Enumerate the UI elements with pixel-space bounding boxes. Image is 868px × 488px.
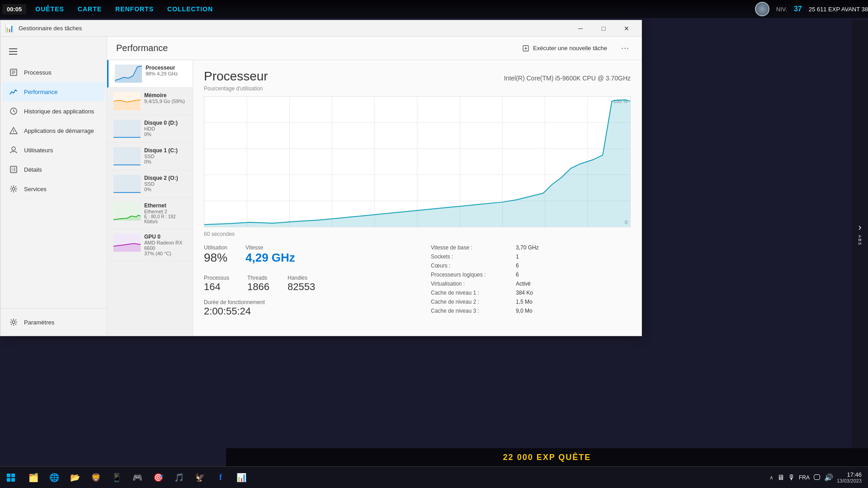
device-list: Processeur 98% 4,29 GHz — [107, 60, 193, 336]
device-item-cpu[interactable]: Processeur 98% 4,29 GHz — [107, 60, 193, 88]
taskbar-app-music[interactable]: 🎵 — [169, 468, 189, 488]
window-controls: ─ □ ✕ — [570, 20, 637, 37]
performance-chart: 100 % 0 — [204, 96, 631, 227]
nav-carte[interactable]: CARTE — [78, 5, 102, 13]
sidebar-label-historique: Historique des applications — [24, 108, 94, 115]
taskbar-app-mobile[interactable]: 📱 — [107, 468, 127, 488]
info-key-1: Sockets : — [431, 253, 512, 260]
taskbar-app-epic[interactable]: 🎮 — [127, 468, 147, 488]
services-icon — [9, 185, 18, 193]
mem-sub: 9,4/15,9 Go (59%) — [144, 99, 186, 104]
device-item-disk2[interactable]: Disque 2 (O:) SSD 0% — [107, 170, 193, 198]
info-val-4: Activé — [516, 281, 531, 287]
info-val-7: 9,0 Mo — [516, 308, 533, 314]
taskbar-app-f[interactable]: f — [211, 468, 231, 488]
proc-threads-handles-group: Processus 164 Threads 1866 Handles 82553 — [204, 271, 417, 293]
title-bar: 📊 Gestionnaire des tâches ─ □ ✕ — [0, 20, 642, 37]
sidebar-item-historique[interactable]: Historique des applications — [2, 102, 105, 121]
duree-label: Durée de fonctionnement — [204, 299, 417, 305]
sidebar-item-services[interactable]: Services — [2, 179, 105, 198]
utilisateurs-icon — [9, 146, 18, 154]
sidebar-label-parametres: Paramètres — [24, 319, 54, 326]
disk2-pct: 0% — [144, 187, 186, 192]
taskbar-time-display: 17:46 — [837, 471, 862, 478]
parametres-icon — [9, 318, 18, 326]
stats-right: Vitesse de base : 3,70 GHz Sockets : 1 C… — [417, 244, 631, 317]
taskbar-mic-icon[interactable]: 🎙 — [788, 474, 795, 482]
device-item-gpu[interactable]: GPU 0 AMD Radeon RX 6600 37% (40 °C) — [107, 229, 193, 261]
game-side-arrow[interactable]: › ABS — [852, 20, 868, 448]
handles-value: 82553 — [288, 281, 315, 293]
taskbar-app-brave[interactable]: 🦁 — [86, 468, 106, 488]
maximize-button[interactable]: □ — [593, 20, 614, 37]
disk0-pct: 0% — [144, 131, 186, 137]
info-row-0: Vitesse de base : 3,70 GHz — [431, 244, 631, 251]
svg-rect-0 — [9, 48, 17, 49]
taskbar-app-chrome[interactable]: 🌐 — [44, 468, 64, 488]
info-val-5: 384 Ko — [516, 290, 533, 296]
main-panel: Performance Exécuter une nouvelle tâche … — [107, 37, 642, 336]
more-icon: ··· — [621, 43, 629, 53]
threads-label: Threads — [247, 275, 269, 281]
perf-cpu-name: Intel(R) Core(TM) i5-9600K CPU @ 3.70GHz — [504, 75, 631, 82]
sidebar-item-processus[interactable]: Processus — [2, 63, 105, 82]
nav-renforts[interactable]: RENFORTS — [115, 5, 154, 13]
sidebar-item-demarrage[interactable]: Applications de démarrage — [2, 121, 105, 140]
sidebar-item-details[interactable]: Détails — [2, 160, 105, 179]
game-topbar: 00:05 OUÊTES CARTE RENFORTS COLLECTION N… — [0, 0, 868, 18]
svg-rect-44 — [7, 478, 10, 482]
taskbar-app-files[interactable]: 📂 — [65, 468, 85, 488]
perf-title-row: Processeur Intel(R) Core(TM) i5-9600K CP… — [204, 69, 631, 84]
close-button[interactable]: ✕ — [616, 20, 637, 37]
gpu-info: GPU 0 AMD Radeon RX 6600 37% (40 °C) — [144, 234, 186, 256]
info-val-3: 6 — [516, 272, 519, 278]
nav-collection[interactable]: COLLECTION — [167, 5, 213, 13]
info-row-1: Sockets : 1 — [431, 253, 631, 260]
info-key-2: Cœurs : — [431, 263, 512, 269]
sidebar: Processus Performance Historique des app… — [0, 37, 107, 336]
new-task-button[interactable]: Exécuter une nouvelle tâche — [516, 42, 613, 55]
stats-left: Utilisation 98% Vitesse 4,29 GHz — [204, 244, 417, 317]
taskbar-app-explorer[interactable]: 🗂️ — [24, 468, 43, 488]
taskbar-chevron-icon[interactable]: ∧ — [769, 474, 774, 481]
device-item-disk0[interactable]: Disque 0 (D:) HDD 0% — [107, 115, 193, 143]
cpu-sub: 98% 4,29 GHz — [146, 71, 186, 76]
taskbar-network-icon[interactable]: 🖥 — [777, 474, 784, 482]
minimize-button[interactable]: ─ — [570, 20, 591, 37]
device-item-memory[interactable]: Mémoire 9,4/15,9 Go (59%) — [107, 88, 193, 115]
device-item-ethernet[interactable]: Ethernet Ethernet 2 E : 80,0 R : 192 Kbi… — [107, 198, 193, 229]
sidebar-label-services: Services — [24, 186, 47, 192]
mem-info: Mémoire 9,4/15,9 Go (59%) — [144, 92, 186, 104]
taskbar-display-icon[interactable]: 🖵 — [813, 474, 821, 482]
svg-rect-42 — [7, 474, 10, 477]
sidebar-item-parametres[interactable]: Paramètres — [2, 313, 105, 332]
taskbar-date-display: 13/03/2023 — [837, 478, 862, 483]
sidebar-item-utilisateurs[interactable]: Utilisateurs — [2, 141, 105, 160]
vitesse-stat: Vitesse 4,29 GHz — [245, 244, 295, 265]
info-val-6: 1,5 Mo — [516, 299, 533, 305]
more-button[interactable]: ··· — [618, 41, 632, 56]
taskbar-time[interactable]: 17:46 13/03/2023 — [837, 471, 862, 483]
disk0-mini-graph — [113, 120, 141, 138]
device-item-disk1[interactable]: Disque 1 (C:) SSD 0% — [107, 143, 193, 170]
disk0-type: HDD — [144, 126, 186, 131]
svg-marker-27 — [113, 244, 141, 252]
info-key-7: Cache de niveau 3 : — [431, 308, 512, 314]
sidebar-label-utilisateurs: Utilisateurs — [24, 147, 53, 154]
game-bottom-banner: 22 000 EXP QUÊTE — [226, 448, 868, 466]
taskbar-app-gaming2[interactable]: 🎯 — [148, 468, 168, 488]
start-button[interactable] — [0, 467, 22, 488]
side-label-tabs: ABS — [858, 235, 862, 246]
game-nav: OUÊTES CARTE RENFORTS COLLECTION — [35, 5, 213, 13]
processus-icon — [9, 68, 18, 76]
utilisation-value: 98% — [204, 251, 227, 265]
taskbar-app-gog[interactable]: 🦅 — [190, 468, 210, 488]
sidebar-item-performance[interactable]: Performance — [2, 82, 105, 101]
taskbar-app-taskmanager[interactable]: 📊 — [231, 468, 251, 488]
taskbar-volume-icon[interactable]: 🔊 — [824, 473, 833, 482]
svg-rect-2 — [9, 54, 17, 55]
hamburger-menu[interactable] — [4, 42, 22, 61]
nav-quetes[interactable]: OUÊTES — [35, 5, 64, 13]
demarrage-icon — [9, 127, 18, 135]
perf-subtitle: Pourcentage d'utilisation — [204, 85, 631, 92]
